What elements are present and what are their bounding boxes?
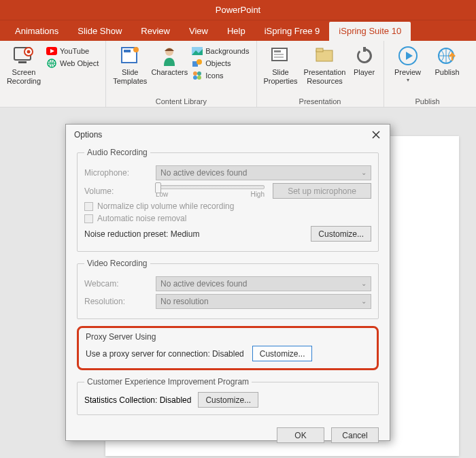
tab-slideshow[interactable]: Slide Show [68, 22, 131, 41]
group-label-content-library: Content Library [110, 97, 252, 107]
normalize-label: Normalize clip volume while recording [97, 201, 234, 211]
setup-microphone-button[interactable]: Set up microphone [273, 183, 371, 199]
screen-recording-button[interactable]: Screen Recording [4, 44, 44, 85]
publish-button[interactable]: Publish [428, 44, 467, 77]
icons-icon [192, 70, 203, 81]
tab-animations[interactable]: Animations [5, 22, 68, 41]
cep-status-text: Statistics Collection: Disabled [84, 395, 191, 405]
resolution-label: Resolution: [84, 297, 156, 306]
presentation-resources-label: Presentation Resources [304, 68, 346, 85]
slide-templates-label: Slide Templates [113, 68, 147, 85]
ribbon-tabs: Animations Slide Show Review View Help i… [0, 20, 476, 41]
svg-point-16 [197, 71, 201, 76]
slide-templates-button[interactable]: Slide Templates [110, 44, 150, 85]
objects-label: Objects [205, 59, 231, 67]
microphone-combo[interactable]: No active devices found ⌄ [156, 165, 371, 180]
app-titlebar: PowerPoint [0, 0, 476, 20]
proxy-status-text: Use a proxy server for connection: Disab… [86, 349, 244, 359]
app-title: PowerPoint [216, 5, 260, 15]
microphone-label: Microphone: [84, 168, 156, 178]
cep-legend: Customer Experience Improvement Program [84, 377, 252, 387]
svg-point-14 [197, 59, 202, 65]
youtube-button[interactable]: YouTube [44, 45, 101, 57]
noise-customize-button[interactable]: Customize... [311, 226, 371, 242]
web-object-label: Web Object [60, 59, 99, 67]
svg-rect-24 [316, 48, 323, 52]
ribbon: Screen Recording YouTube Web Object [0, 41, 476, 108]
publish-icon [437, 45, 458, 67]
tab-view[interactable]: View [180, 22, 218, 41]
slider-high-label: High [250, 191, 265, 198]
backgrounds-button[interactable]: Backgrounds [189, 45, 252, 57]
auto-noise-label: Automatic noise removal [97, 214, 186, 223]
preview-icon [397, 45, 419, 67]
svg-rect-21 [274, 54, 284, 55]
cancel-button[interactable]: Cancel [331, 427, 379, 443]
globe-icon [46, 58, 57, 69]
auto-noise-checkbox[interactable] [84, 214, 93, 223]
screen-recording-label: Screen Recording [7, 68, 41, 85]
chevron-down-icon: ▾ [407, 77, 409, 83]
svg-point-3 [27, 50, 31, 54]
tab-review[interactable]: Review [131, 22, 180, 41]
tab-help[interactable]: Help [218, 22, 255, 41]
group-label-insert [4, 97, 101, 107]
preview-label: Preview [394, 68, 421, 77]
video-recording-group: Video Recording Webcam: No active device… [77, 259, 379, 319]
presentation-resources-button[interactable]: Presentation Resources [301, 44, 350, 85]
svg-rect-25 [363, 47, 366, 52]
video-recording-legend: Video Recording [84, 259, 150, 268]
svg-rect-22 [274, 56, 284, 58]
publish-label: Publish [435, 68, 459, 77]
icons-button[interactable]: Icons [189, 69, 252, 82]
cep-group: Customer Experience Improvement Program … [77, 377, 379, 415]
characters-button[interactable]: Characters [150, 44, 189, 77]
slide-properties-button[interactable]: Slide Properties [261, 44, 301, 85]
web-object-button[interactable]: Web Object [44, 57, 101, 69]
volume-slider[interactable] [156, 185, 265, 189]
chevron-down-icon: ⌄ [361, 169, 367, 176]
cep-customize-button[interactable]: Customize... [198, 392, 258, 408]
audio-recording-group: Audio Recording Microphone: No active de… [77, 148, 379, 252]
proxy-server-group: Proxy Server Using Use a proxy server fo… [77, 326, 379, 370]
player-button[interactable]: Player [350, 44, 379, 77]
youtube-icon [46, 46, 57, 56]
close-icon [372, 131, 380, 139]
resolution-combo[interactable]: No resolution ⌄ [156, 294, 371, 309]
options-dialog: Options Audio Recording Microphone: No a… [65, 124, 390, 441]
dialog-titlebar: Options [66, 125, 390, 145]
slider-thumb[interactable] [155, 182, 161, 193]
svg-marker-27 [406, 52, 413, 60]
icons-label: Icons [205, 71, 223, 80]
slide-templates-icon [119, 45, 141, 67]
svg-rect-1 [18, 61, 27, 63]
svg-point-17 [193, 76, 197, 80]
svg-rect-20 [274, 50, 281, 52]
tab-ispring-suite[interactable]: iSpring Suite 10 [329, 22, 411, 41]
characters-icon [158, 45, 180, 67]
webcam-value: No active devices found [160, 279, 247, 289]
svg-point-18 [197, 76, 201, 80]
objects-icon [192, 58, 203, 69]
player-icon [354, 45, 375, 67]
presentation-resources-icon [314, 45, 336, 67]
normalize-checkbox[interactable] [84, 202, 93, 211]
player-label: Player [354, 68, 375, 77]
screen-recording-icon [13, 45, 35, 67]
ok-button[interactable]: OK [277, 427, 324, 443]
audio-recording-legend: Audio Recording [84, 148, 150, 157]
characters-label: Characters [151, 68, 188, 77]
webcam-combo[interactable]: No active devices found ⌄ [156, 276, 371, 291]
objects-button[interactable]: Objects [189, 57, 252, 69]
svg-point-9 [133, 47, 139, 52]
proxy-customize-button[interactable]: Customize... [252, 346, 313, 361]
close-button[interactable] [367, 127, 386, 142]
backgrounds-icon [192, 46, 203, 56]
group-label-presentation: Presentation [261, 97, 379, 107]
slide-properties-label: Slide Properties [263, 68, 297, 85]
preview-button[interactable]: Preview ▾ [388, 44, 428, 83]
noise-preset-text: Noise reduction preset: Medium [84, 229, 199, 239]
group-label-publish: Publish [388, 97, 467, 107]
webcam-label: Webcam: [84, 279, 156, 289]
tab-ispring-free[interactable]: iSpring Free 9 [255, 22, 330, 41]
